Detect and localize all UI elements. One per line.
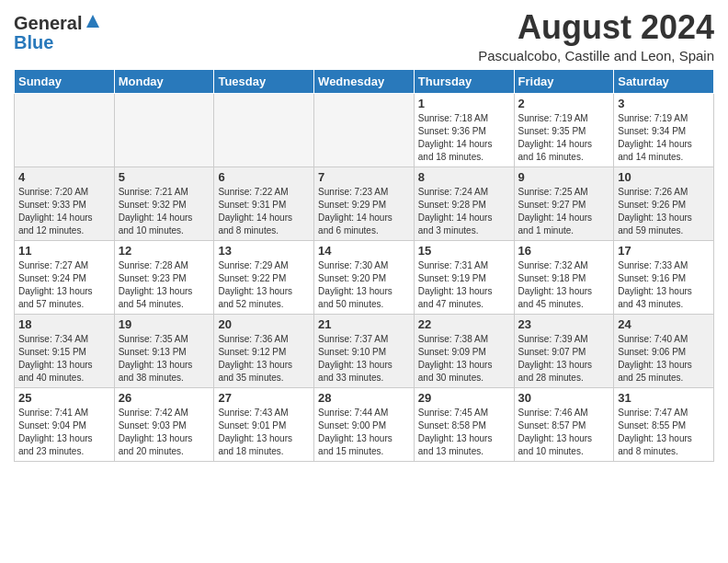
day-info: Sunrise: 7:46 AM Sunset: 8:57 PM Dayligh…: [518, 407, 610, 458]
table-row: 7Sunrise: 7:23 AM Sunset: 9:29 PM Daylig…: [314, 167, 415, 240]
calendar-body: 1Sunrise: 7:18 AM Sunset: 9:36 PM Daylig…: [15, 93, 714, 461]
day-number: 22: [418, 317, 510, 331]
table-row: 16Sunrise: 7:32 AM Sunset: 9:18 PM Dayli…: [514, 240, 614, 314]
day-number: 28: [318, 391, 410, 405]
day-info: Sunrise: 7:45 AM Sunset: 8:58 PM Dayligh…: [418, 407, 510, 458]
table-row: 15Sunrise: 7:31 AM Sunset: 9:19 PM Dayli…: [414, 240, 514, 314]
table-row: 17Sunrise: 7:33 AM Sunset: 9:16 PM Dayli…: [614, 240, 714, 314]
table-row: 10Sunrise: 7:26 AM Sunset: 9:26 PM Dayli…: [614, 167, 714, 240]
table-row: 21Sunrise: 7:37 AM Sunset: 9:10 PM Dayli…: [314, 314, 415, 387]
day-number: 19: [119, 317, 210, 331]
table-row: 18Sunrise: 7:34 AM Sunset: 9:15 PM Dayli…: [15, 314, 115, 387]
day-number: 17: [618, 244, 710, 258]
day-info: Sunrise: 7:33 AM Sunset: 9:16 PM Dayligh…: [618, 259, 710, 311]
day-number: 25: [18, 391, 110, 405]
table-row: [15, 93, 115, 167]
table-row: 31Sunrise: 7:47 AM Sunset: 8:55 PM Dayli…: [614, 387, 714, 461]
table-row: 28Sunrise: 7:44 AM Sunset: 9:00 PM Dayli…: [314, 387, 415, 461]
header-saturday: Saturday: [614, 69, 714, 93]
table-row: 22Sunrise: 7:38 AM Sunset: 9:09 PM Dayli…: [414, 314, 514, 387]
day-number: 30: [518, 391, 610, 405]
day-info: Sunrise: 7:37 AM Sunset: 9:10 PM Dayligh…: [318, 333, 410, 385]
header-tuesday: Tuesday: [214, 69, 314, 93]
day-number: 15: [418, 244, 510, 258]
day-info: Sunrise: 7:47 AM Sunset: 8:55 PM Dayligh…: [618, 407, 710, 458]
header-thursday: Thursday: [414, 69, 514, 93]
table-row: 25Sunrise: 7:41 AM Sunset: 9:04 PM Dayli…: [15, 387, 115, 461]
day-number: 16: [518, 244, 610, 258]
table-row: 12Sunrise: 7:28 AM Sunset: 9:23 PM Dayli…: [114, 240, 214, 314]
day-number: 10: [618, 170, 710, 184]
header-monday: Monday: [114, 69, 214, 93]
day-info: Sunrise: 7:28 AM Sunset: 9:23 PM Dayligh…: [119, 259, 210, 311]
header: General Blue August 2024 Pascualcobo, Ca…: [14, 9, 714, 63]
day-info: Sunrise: 7:43 AM Sunset: 9:01 PM Dayligh…: [218, 407, 310, 458]
table-row: [114, 93, 214, 167]
day-info: Sunrise: 7:26 AM Sunset: 9:26 PM Dayligh…: [618, 186, 710, 237]
day-info: Sunrise: 7:42 AM Sunset: 9:03 PM Dayligh…: [119, 407, 210, 458]
table-row: 1Sunrise: 7:18 AM Sunset: 9:36 PM Daylig…: [414, 93, 514, 167]
calendar-subtitle: Pascualcobo, Castille and Leon, Spain: [478, 48, 714, 63]
day-info: Sunrise: 7:25 AM Sunset: 9:27 PM Dayligh…: [518, 186, 610, 237]
day-number: 13: [218, 244, 310, 258]
day-number: 1: [418, 97, 510, 110]
day-number: 21: [318, 317, 410, 331]
table-row: 27Sunrise: 7:43 AM Sunset: 9:01 PM Dayli…: [214, 387, 314, 461]
day-info: Sunrise: 7:38 AM Sunset: 9:09 PM Dayligh…: [418, 333, 510, 385]
table-row: 5Sunrise: 7:21 AM Sunset: 9:32 PM Daylig…: [114, 167, 214, 240]
day-info: Sunrise: 7:30 AM Sunset: 9:20 PM Dayligh…: [318, 259, 410, 311]
logo-blue-text: Blue: [14, 33, 53, 52]
day-number: 14: [318, 244, 410, 258]
day-info: Sunrise: 7:36 AM Sunset: 9:12 PM Dayligh…: [218, 333, 310, 385]
day-number: 31: [618, 391, 710, 405]
day-number: 29: [418, 391, 510, 405]
title-area: August 2024 Pascualcobo, Castille and Le…: [478, 9, 714, 63]
day-number: 3: [618, 97, 710, 110]
table-row: 24Sunrise: 7:40 AM Sunset: 9:06 PM Dayli…: [614, 314, 714, 387]
logo-general-text: General: [14, 14, 82, 32]
table-row: 19Sunrise: 7:35 AM Sunset: 9:13 PM Dayli…: [114, 314, 214, 387]
day-number: 23: [518, 317, 610, 331]
day-info: Sunrise: 7:35 AM Sunset: 9:13 PM Dayligh…: [119, 333, 210, 385]
day-info: Sunrise: 7:44 AM Sunset: 9:00 PM Dayligh…: [318, 407, 410, 458]
day-info: Sunrise: 7:20 AM Sunset: 9:33 PM Dayligh…: [18, 186, 110, 237]
day-info: Sunrise: 7:21 AM Sunset: 9:32 PM Dayligh…: [119, 186, 210, 237]
day-info: Sunrise: 7:32 AM Sunset: 9:18 PM Dayligh…: [518, 259, 610, 311]
day-info: Sunrise: 7:19 AM Sunset: 9:34 PM Dayligh…: [618, 112, 710, 164]
day-number: 5: [119, 170, 210, 184]
table-row: 11Sunrise: 7:27 AM Sunset: 9:24 PM Dayli…: [15, 240, 115, 314]
table-row: 26Sunrise: 7:42 AM Sunset: 9:03 PM Dayli…: [114, 387, 214, 461]
header-wednesday: Wednesday: [314, 69, 415, 93]
day-number: 2: [518, 97, 610, 110]
day-info: Sunrise: 7:29 AM Sunset: 9:22 PM Dayligh…: [218, 259, 310, 311]
table-row: 9Sunrise: 7:25 AM Sunset: 9:27 PM Daylig…: [514, 167, 614, 240]
table-row: 6Sunrise: 7:22 AM Sunset: 9:31 PM Daylig…: [214, 167, 314, 240]
day-number: 9: [518, 170, 610, 184]
header-sunday: Sunday: [15, 69, 115, 93]
day-number: 18: [18, 317, 110, 331]
day-number: 26: [119, 391, 210, 405]
day-info: Sunrise: 7:23 AM Sunset: 9:29 PM Dayligh…: [318, 186, 410, 237]
table-row: 3Sunrise: 7:19 AM Sunset: 9:34 PM Daylig…: [614, 93, 714, 167]
table-row: [314, 93, 415, 167]
day-number: 7: [318, 170, 410, 184]
day-number: 8: [418, 170, 510, 184]
table-row: 14Sunrise: 7:30 AM Sunset: 9:20 PM Dayli…: [314, 240, 415, 314]
logo-icon: [85, 13, 101, 29]
day-number: 20: [218, 317, 310, 331]
day-info: Sunrise: 7:40 AM Sunset: 9:06 PM Dayligh…: [618, 333, 710, 385]
table-row: [214, 93, 314, 167]
day-info: Sunrise: 7:31 AM Sunset: 9:19 PM Dayligh…: [418, 259, 510, 311]
calendar-table: Sunday Monday Tuesday Wednesday Thursday…: [14, 69, 714, 462]
table-row: 29Sunrise: 7:45 AM Sunset: 8:58 PM Dayli…: [414, 387, 514, 461]
day-number: 12: [119, 244, 210, 258]
table-row: 13Sunrise: 7:29 AM Sunset: 9:22 PM Dayli…: [214, 240, 314, 314]
day-number: 11: [18, 244, 110, 258]
svg-marker-0: [86, 15, 99, 28]
table-row: 4Sunrise: 7:20 AM Sunset: 9:33 PM Daylig…: [15, 167, 115, 240]
day-info: Sunrise: 7:24 AM Sunset: 9:28 PM Dayligh…: [418, 186, 510, 237]
table-row: 30Sunrise: 7:46 AM Sunset: 8:57 PM Dayli…: [514, 387, 614, 461]
day-number: 24: [618, 317, 710, 331]
day-info: Sunrise: 7:19 AM Sunset: 9:35 PM Dayligh…: [518, 112, 610, 164]
day-info: Sunrise: 7:39 AM Sunset: 9:07 PM Dayligh…: [518, 333, 610, 385]
